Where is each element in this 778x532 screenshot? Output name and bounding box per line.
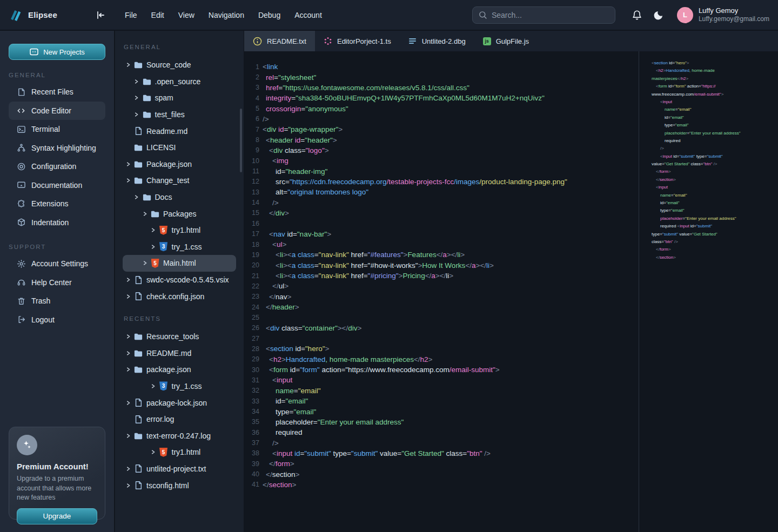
tree-item-open-source[interactable]: .open_source <box>123 73 236 90</box>
tree-item-licensi[interactable]: LICENSI <box>123 139 236 156</box>
tree-item-resuorce-tools[interactable]: Resuorce_tools <box>123 328 236 345</box>
user-avatar[interactable]: L <box>677 7 693 23</box>
tree-item-package-lock-json[interactable]: package-lock.json <box>123 394 236 411</box>
tree-item-error-log[interactable]: error.log <box>123 411 236 428</box>
dark-mode-moon-icon[interactable] <box>652 9 665 22</box>
chevron-right-icon[interactable] <box>124 351 132 356</box>
line-number: 2 <box>244 73 259 81</box>
chevron-right-icon[interactable] <box>132 112 141 117</box>
menu-file[interactable]: File <box>118 11 144 19</box>
user-info[interactable]: Luffy Gemoy Luffy.gemoy@gmail.com <box>699 6 769 23</box>
sidebar-item-configuration[interactable]: Configuration <box>9 157 105 176</box>
chevron-right-icon[interactable] <box>124 367 132 372</box>
chevron-right-icon[interactable] <box>132 95 141 100</box>
tree-item-try-1-css[interactable]: 3try_1.css <box>123 378 236 395</box>
tree-item-tsconfig-html[interactable]: tsconfig.html <box>123 477 236 494</box>
sidebar-item-recent-files[interactable]: Recent Files <box>9 83 105 102</box>
sidebar-item-documentation[interactable]: Documentation <box>9 176 105 195</box>
tree-item-readme-md[interactable]: README.md <box>123 345 236 362</box>
code-line: 20<li><a class="nav-link" href="#how-it-… <box>244 260 639 271</box>
sidebar-item-code-editor[interactable]: Code Editor <box>9 102 105 120</box>
chevron-right-icon[interactable] <box>149 449 158 455</box>
tree-item-try1-html[interactable]: 5try1.html <box>123 444 236 461</box>
chevron-right-icon[interactable] <box>124 483 132 488</box>
sidebar-item-help-center[interactable]: Help Center <box>9 273 105 292</box>
menu-edit[interactable]: Edit <box>144 11 171 19</box>
notifications-bell-icon[interactable] <box>631 9 643 22</box>
chevron-right-icon[interactable] <box>124 334 132 339</box>
chevron-right-icon[interactable] <box>132 194 141 200</box>
tree-item-try-1-css[interactable]: 3try_1.css <box>123 239 236 255</box>
folder-icon <box>141 110 153 119</box>
line-number: 13 <box>244 188 259 196</box>
sidebar-item-label: Configuration <box>31 162 76 171</box>
chevron-right-icon[interactable] <box>124 161 132 167</box>
tree-item-package-json[interactable]: package.json <box>123 361 236 378</box>
tree-item-swdc-vscode-0-5-45-vsix[interactable]: swdc-vscode-0.5.45.vsix <box>123 272 236 288</box>
line-number: 38 <box>244 449 259 457</box>
sidebar-item-syntax-highlighting[interactable]: Syntax Highlighting <box>9 139 105 158</box>
minimap[interactable]: <section id="hero"><h2>Handcrafted, home… <box>639 51 778 532</box>
collapse-sidebar-icon[interactable] <box>95 10 106 21</box>
code-text: crossorigin="anonymous" <box>263 105 348 113</box>
chevron-right-icon[interactable] <box>149 383 158 389</box>
file-icon <box>132 275 144 285</box>
code-text: src="https://cdn.freecodecamp.org/testab… <box>263 178 567 186</box>
tree-item-spam[interactable]: spam <box>123 90 236 106</box>
chevron-right-icon[interactable] <box>124 433 132 439</box>
chevron-right-icon[interactable] <box>124 277 132 282</box>
code-editor-area[interactable]: 1<link2rel="stylesheet"3href="https://us… <box>244 51 639 532</box>
sidebar-item-terminal[interactable]: Terminal <box>9 120 105 139</box>
menu-account[interactable]: Account <box>287 11 329 19</box>
chevron-right-icon[interactable] <box>124 466 132 472</box>
code-line: 7<div id="page-wrapper"> <box>244 124 639 134</box>
tree-item-main-html[interactable]: 5Main.html <box>123 255 236 272</box>
tree-item-package-json[interactable]: Package.json <box>123 156 236 173</box>
tree-item-docs[interactable]: Docs <box>123 189 236 206</box>
tree-item-check-config-json[interactable]: check.config.json <box>123 288 236 305</box>
tree-item-try1-html[interactable]: 5try1.html <box>123 222 236 239</box>
line-number: 22 <box>244 282 259 290</box>
chevron-right-icon[interactable] <box>124 400 132 406</box>
menu-view[interactable]: View <box>171 11 202 19</box>
chevron-right-icon[interactable] <box>149 244 158 250</box>
tree-item-test-files[interactable]: test_files <box>123 106 236 123</box>
chevron-right-icon[interactable] <box>124 62 132 68</box>
tree-item-label: tsconfig.html <box>146 481 189 490</box>
tree-scrollbar[interactable] <box>240 109 242 172</box>
chevron-right-icon[interactable] <box>124 294 132 299</box>
search-input[interactable]: Search... <box>472 6 615 24</box>
chevron-right-icon[interactable] <box>140 211 149 217</box>
chevron-right-icon[interactable] <box>149 227 158 233</box>
chevron-right-icon[interactable] <box>140 260 149 266</box>
code-line: 30<form id="form" action="https://www.fr… <box>244 365 639 375</box>
line-number: 8 <box>244 136 259 144</box>
chevron-right-icon[interactable] <box>124 178 132 183</box>
line-number: 36 <box>244 429 259 436</box>
tab-untlited-2-dbg[interactable]: Untlited-2.dbg <box>400 31 474 51</box>
sidebar-item-account-settings[interactable]: Account Settings <box>9 254 105 273</box>
tab-editorporject-1-ts[interactable]: EditorPorject-1.ts <box>315 31 400 51</box>
tab-readme-txt[interactable]: README.txt <box>244 31 315 51</box>
sidebar-item-indentation[interactable]: Indentation <box>9 213 105 232</box>
tree-item-text-error-0-247-log[interactable]: text-error-0.247.log <box>123 427 236 444</box>
menu-navigation[interactable]: Navigation <box>202 11 251 19</box>
tree-item-source-code[interactable]: Source_code <box>123 57 236 73</box>
tree-item-packages[interactable]: Packages <box>123 205 236 222</box>
sidebar-item-logout[interactable]: Logout <box>9 311 105 329</box>
menu-debug[interactable]: Debug <box>251 11 287 19</box>
tree-item-untlited-project-txt[interactable]: untlited-project.txt <box>123 461 236 477</box>
upgrade-button[interactable]: Upgrade <box>17 508 97 524</box>
line-number: 23 <box>244 293 259 300</box>
tree-item-label: Readme.md <box>146 127 187 136</box>
tab-gulpfile-js[interactable]: jsGulpFile.js <box>474 31 538 51</box>
tree-item-label: spam <box>155 93 173 102</box>
tree-item-change-test[interactable]: Change_test <box>123 172 236 189</box>
sidebar-item-extensions[interactable]: Extensions <box>9 194 105 213</box>
folder-icon <box>132 365 144 374</box>
chevron-right-icon[interactable] <box>132 79 141 84</box>
sidebar-item-trash[interactable]: Trash <box>9 292 105 311</box>
tree-item-readme-md[interactable]: Readme.md <box>123 123 236 139</box>
new-projects-button[interactable]: New Projects <box>9 44 105 60</box>
minimap-line: /> <box>652 146 778 153</box>
